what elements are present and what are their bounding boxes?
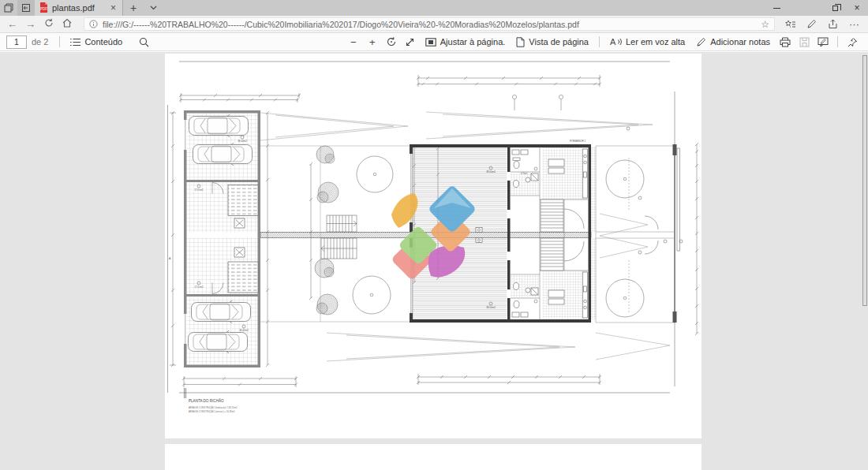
refresh-icon[interactable]	[39, 17, 58, 32]
garage-area-label: 36.00m2	[238, 140, 247, 143]
back-icon[interactable]: ←	[3, 17, 21, 32]
forward-icon[interactable]: →	[21, 17, 39, 32]
favorite-star-icon[interactable]: ☆	[761, 19, 769, 30]
rear-patios	[591, 144, 677, 323]
page-info-icon[interactable]	[89, 17, 98, 32]
add-notes-button[interactable]: Adicionar notas	[690, 33, 776, 51]
annotate-pen-icon[interactable]	[801, 19, 822, 29]
patio-area-label: 17.0 m2	[195, 188, 204, 192]
print-icon[interactable]	[776, 33, 795, 51]
detail-label: PORMENOR 1	[570, 140, 586, 143]
living-area-label: 38.50m2	[486, 306, 496, 309]
pdf-file-icon: PDF	[39, 2, 48, 14]
pdf-page-1: 36.00m2 36.00m2 17.0 m2 17.0 m2 38.50m2 …	[165, 54, 702, 438]
tab-title: plantas.pdf	[52, 3, 105, 13]
more-menu-icon[interactable]: ···	[844, 18, 865, 30]
url-field[interactable]: file:///G:/------%20TRABALHO%20------/Cu…	[84, 17, 775, 31]
floor-plan-drawing: 36.00m2 36.00m2 17.0 m2 17.0 m2 38.50m2 …	[165, 54, 702, 438]
tab-bar: PDF plantas.pdf × + ×	[0, 0, 868, 16]
pdf-toolbar: de 2 Conteúdo − + Ajustar à página. Vist…	[0, 33, 868, 51]
living-area-label: 38.50m2	[486, 170, 496, 173]
title-block: PLANTA DO R/CHÃO ÁREA DE CONSTRUÇÃO (hab…	[185, 388, 238, 413]
read-aloud-label: Ler em voz alta	[626, 37, 685, 47]
plan-area-note-1: ÁREA DE CONSTRUÇÃO (habitação): 138.70m2	[189, 405, 238, 409]
url-text: file:///G:/------%20TRABALHO%20------/Cu…	[103, 20, 756, 29]
save-icon[interactable]	[795, 33, 814, 51]
minimize-button[interactable]	[765, 0, 788, 16]
zoom-out-button[interactable]: −	[344, 33, 363, 51]
toolbar-separator	[59, 36, 60, 47]
car-plan-view	[189, 114, 249, 137]
titlebar-drag-area	[163, 0, 765, 16]
svg-text:PDF: PDF	[40, 7, 47, 11]
pdf-content-area: 36.00m2 36.00m2 17.0 m2 17.0 m2 38.50m2 …	[0, 52, 868, 470]
pin-toolbar-icon[interactable]	[843, 33, 862, 51]
zoom-in-button[interactable]: +	[363, 33, 382, 51]
page-view-label: Vista de página	[529, 37, 589, 47]
car-plan-view	[189, 330, 248, 353]
search-icon[interactable]	[134, 33, 153, 51]
page-number-input[interactable]	[6, 35, 27, 49]
plan-area-note-2: ÁREA DE CONSTRUÇÃO (anexos) = 56.38m2	[189, 409, 235, 413]
car-plan-view	[193, 143, 253, 166]
page-total-label: de 2	[32, 37, 48, 47]
home-icon[interactable]	[58, 17, 76, 32]
tab-list-chevron-icon[interactable]	[144, 0, 163, 16]
rotate-icon[interactable]	[382, 33, 401, 51]
feedback-icon[interactable]	[814, 33, 832, 51]
garage-annex-block	[184, 110, 261, 367]
tab-close-icon[interactable]: ×	[109, 2, 118, 13]
bath-area-label: 4.70m2	[521, 172, 528, 175]
page-view-button[interactable]: Vista de página	[511, 33, 594, 51]
contents-button[interactable]: Conteúdo	[65, 33, 128, 51]
address-bar: ← → file:///G:/------%20TRABALHO%20-----…	[0, 16, 868, 33]
read-aloud-button[interactable]: A Ler em voz alta	[604, 33, 690, 51]
vertical-scrollbar-thumb[interactable]	[862, 55, 867, 306]
hub-favorites-icon[interactable]	[780, 20, 801, 29]
set-aside-tabs-icon[interactable]	[0, 0, 17, 16]
svg-text:A: A	[610, 37, 616, 47]
pdf-page-2	[165, 444, 702, 470]
car-plan-view	[192, 300, 251, 323]
new-tab-button[interactable]: +	[123, 0, 144, 16]
plan-title: PLANTA DO R/CHÃO	[189, 398, 224, 403]
patio-area-label: 17.0 m2	[195, 285, 204, 289]
tab-preview-icon[interactable]	[17, 0, 35, 16]
garage-area-label: 36.00m2	[239, 329, 249, 332]
close-window-button[interactable]: ×	[846, 0, 868, 16]
fit-page-button[interactable]: Ajustar à página.	[420, 33, 511, 51]
fullscreen-icon[interactable]	[401, 33, 420, 51]
browser-tab[interactable]: PDF plantas.pdf ×	[35, 0, 123, 16]
gate-swing	[645, 216, 658, 254]
add-notes-label: Adicionar notas	[710, 37, 770, 47]
fit-page-label: Ajustar à página.	[440, 37, 506, 47]
share-icon[interactable]	[822, 19, 844, 29]
contents-label: Conteúdo	[84, 37, 122, 47]
axis-markers	[512, 95, 563, 110]
site-marker-label: A	[169, 257, 171, 260]
restore-button[interactable]	[824, 0, 846, 16]
